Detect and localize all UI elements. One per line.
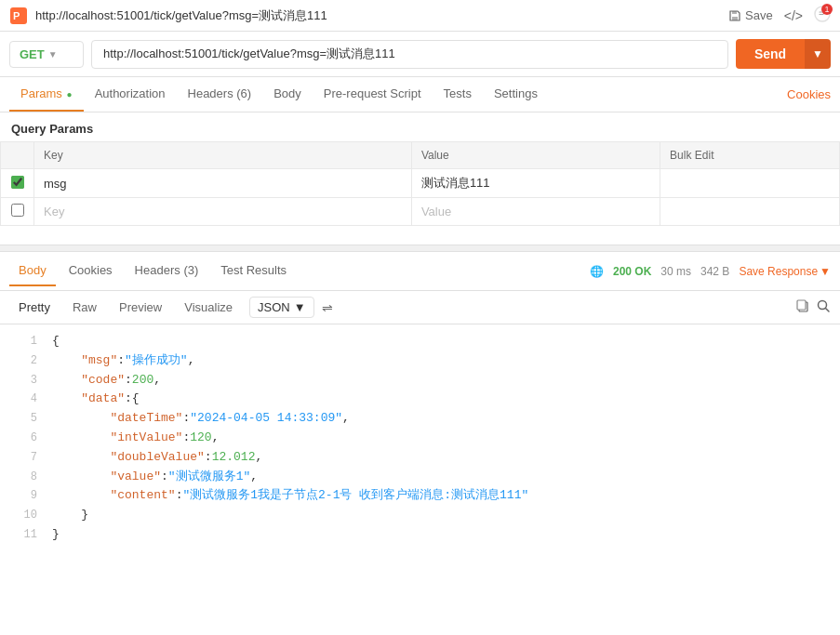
- cookies-button[interactable]: Cookies: [787, 78, 831, 111]
- svg-rect-6: [797, 300, 806, 310]
- row-bulk: [660, 169, 840, 198]
- format-type-selector[interactable]: JSON ▼: [249, 297, 314, 318]
- format-tab-raw[interactable]: Raw: [63, 297, 106, 318]
- url-bar-url: http://localhost:51001/tick/getValue?msg…: [35, 7, 721, 24]
- response-tabs-row: Body Cookies Headers (3) Test Results 🌐 …: [0, 252, 840, 291]
- row-key[interactable]: msg: [34, 169, 412, 198]
- json-line: 6 "intValue": 120,: [0, 429, 840, 448]
- format-tab-visualize[interactable]: Visualize: [175, 297, 242, 318]
- format-tab-pretty[interactable]: Pretty: [9, 297, 60, 318]
- query-params-title: Query Params: [0, 112, 840, 141]
- status-badge: 200 OK: [613, 265, 651, 278]
- table-row-empty: Key Value: [1, 198, 840, 226]
- json-line: 7 "doubleValue": 12.012,: [0, 448, 840, 468]
- postman-icon: P: [9, 7, 28, 25]
- copy-button[interactable]: [795, 298, 810, 317]
- svg-rect-3: [732, 11, 737, 14]
- send-btn-group: Send ▼: [736, 39, 831, 69]
- svg-line-8: [826, 308, 830, 311]
- json-line: 2 "msg": "操作成功",: [0, 351, 840, 371]
- json-line: 8 "value": "测试微服务1",: [0, 468, 840, 487]
- params-table: Key Value Bulk Edit msg 测试消息111 Key Valu…: [0, 141, 840, 226]
- tab-authorization[interactable]: Authorization: [84, 77, 177, 112]
- tab-prerequest[interactable]: Pre-request Script: [313, 77, 433, 112]
- svg-rect-2: [732, 17, 738, 20]
- col-value: Value: [411, 142, 660, 169]
- svg-text:P: P: [13, 10, 20, 21]
- json-line: 3 "code": 200,: [0, 371, 840, 390]
- response-actions: [795, 298, 831, 317]
- response-tab-cookies[interactable]: Cookies: [60, 256, 122, 286]
- tab-headers[interactable]: Headers (6): [177, 77, 263, 112]
- json-display: 1 { 2 "msg": "操作成功", 3 "code": 200, 4 "d…: [0, 324, 840, 548]
- tab-body[interactable]: Body: [262, 77, 313, 112]
- json-response-container: 1 { 2 "msg": "操作成功", 3 "code": 200, 4 "d…: [0, 324, 840, 548]
- json-line: 1 {: [0, 332, 840, 351]
- json-line: 9 "content": "测试微服务1我是子节点2-1号 收到客户端消息:测试…: [0, 486, 840, 506]
- tab-settings[interactable]: Settings: [483, 77, 549, 112]
- empty-checkbox[interactable]: [11, 204, 24, 217]
- response-stats: 🌐 200 OK 30 ms 342 B Save Response ▼: [590, 265, 831, 278]
- save-response-button[interactable]: Save Response ▼: [739, 265, 831, 278]
- method-dropdown-arrow: ▼: [48, 49, 58, 60]
- response-tab-body[interactable]: Body: [9, 256, 56, 286]
- url-bar: P http://localhost:51001/tick/getValue?m…: [0, 0, 840, 32]
- tab-params[interactable]: Params ●: [9, 77, 84, 112]
- save-button[interactable]: Save: [728, 8, 773, 22]
- col-checkbox: [1, 142, 34, 169]
- empty-checkbox-cell[interactable]: [1, 198, 34, 226]
- globe-icon: 🌐: [590, 265, 604, 278]
- request-tabs: Params ● Authorization Headers (6) Body …: [0, 77, 840, 112]
- send-dropdown-button[interactable]: ▼: [805, 39, 831, 69]
- wrap-button[interactable]: ⇌: [322, 300, 333, 315]
- row-checkbox[interactable]: [11, 176, 24, 189]
- search-button[interactable]: [816, 298, 831, 317]
- notifications-button[interactable]: 1: [814, 6, 831, 25]
- response-tab-test-results[interactable]: Test Results: [211, 256, 296, 286]
- empty-key[interactable]: Key: [34, 198, 412, 226]
- row-value[interactable]: 测试消息111: [411, 169, 660, 198]
- format-tab-preview[interactable]: Preview: [110, 297, 171, 318]
- empty-value[interactable]: Value: [411, 198, 660, 226]
- request-bar: GET ▼ Send ▼: [0, 32, 840, 77]
- json-line: 11 }: [0, 525, 840, 545]
- table-row: msg 测试消息111: [1, 169, 840, 198]
- url-bar-actions: Save </> 1: [728, 6, 831, 25]
- response-size: 342 B: [700, 265, 729, 278]
- json-line: 10 }: [0, 506, 840, 525]
- col-key: Key: [34, 142, 412, 169]
- method-selector[interactable]: GET ▼: [9, 41, 84, 68]
- response-tab-headers[interactable]: Headers (3): [126, 256, 208, 286]
- format-bar: Pretty Raw Preview Visualize JSON ▼ ⇌: [0, 291, 840, 324]
- send-button[interactable]: Send: [736, 39, 805, 69]
- section-divider: [0, 245, 840, 252]
- url-input[interactable]: [91, 40, 728, 69]
- code-button[interactable]: </>: [784, 8, 803, 23]
- json-line: 5 "dateTime": "2024-04-05 14:33:09",: [0, 409, 840, 429]
- empty-bulk: [660, 198, 840, 226]
- tab-tests[interactable]: Tests: [433, 77, 483, 112]
- method-label: GET: [20, 47, 45, 61]
- notification-badge: 1: [821, 4, 833, 15]
- response-time: 30 ms: [660, 265, 691, 278]
- json-line: 4 "data": {: [0, 390, 840, 409]
- col-bulk-edit: Bulk Edit: [660, 142, 840, 169]
- row-checkbox-cell[interactable]: [1, 169, 34, 198]
